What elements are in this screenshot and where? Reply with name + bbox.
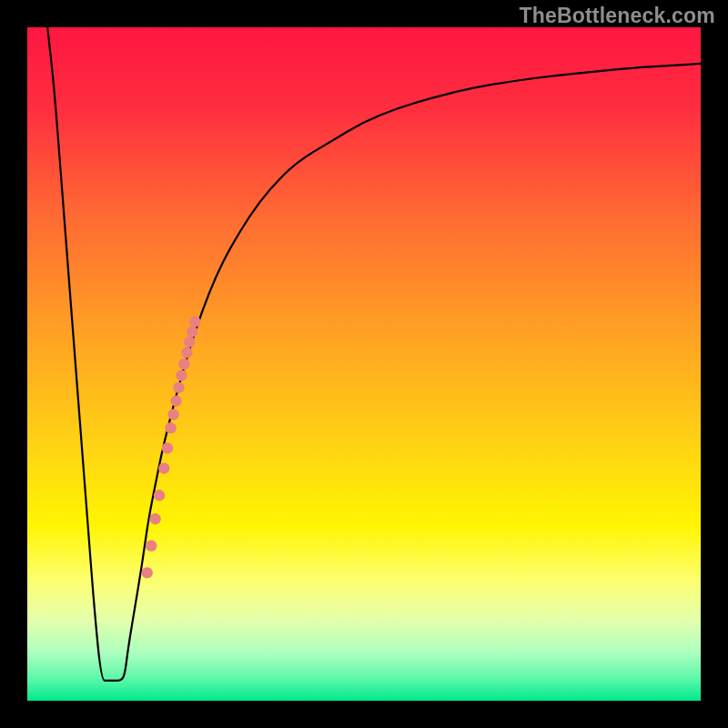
highlight-point — [181, 347, 192, 358]
highlight-point — [178, 359, 189, 369]
highlight-point — [187, 326, 197, 337]
highlight-point — [167, 409, 178, 420]
chart-frame: TheBottleneck.com — [0, 0, 728, 728]
highlight-point — [173, 382, 184, 393]
highlight-point — [184, 336, 195, 347]
highlight-point — [146, 541, 157, 551]
highlight-point — [149, 513, 160, 524]
highlight-point — [189, 316, 200, 327]
watermark-text: TheBottleneck.com — [519, 4, 715, 28]
gradient-background — [27, 27, 701, 701]
bottleneck-chart — [27, 27, 701, 701]
highlight-point — [176, 369, 187, 380]
highlight-point — [142, 567, 153, 578]
highlight-point — [158, 463, 169, 474]
highlight-point — [154, 490, 165, 500]
highlight-point — [170, 396, 181, 407]
highlight-point — [165, 422, 176, 433]
plot-area — [27, 27, 701, 701]
highlight-point — [162, 442, 173, 453]
